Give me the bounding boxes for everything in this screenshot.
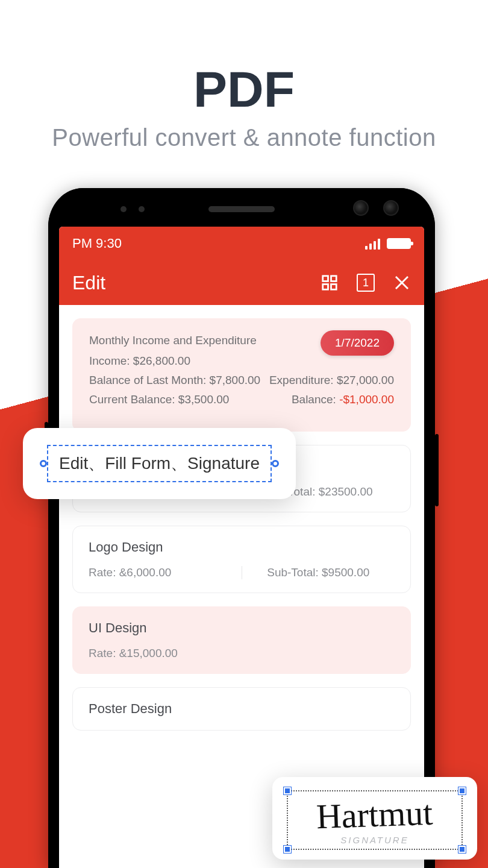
signature-selection-box[interactable]: Hartmut SIGNATURE [287, 790, 463, 850]
svg-rect-1 [331, 276, 337, 281]
grid-icon[interactable] [321, 274, 339, 292]
item-subtotal: Sub-Total: $9500.00 [242, 566, 395, 579]
summary-balance: Balance: -$1,000.00 [292, 393, 394, 406]
phone-notch [48, 188, 435, 227]
summary-expenditure: Expenditure: $27,000.00 [269, 374, 394, 387]
toolbar: Edit 1 [59, 260, 424, 305]
summary-card: 1/7/2022 Monthly Income and Expenditure … [72, 318, 411, 432]
selection-handle-right[interactable] [272, 460, 279, 467]
page-title: PDF [0, 60, 488, 119]
item-name: Poster Design [89, 701, 395, 717]
resize-handle[interactable] [458, 787, 466, 794]
phone-frame: PM 9:30 Edit 1 [48, 188, 435, 868]
item-rate: Rate: &15,000.00 [89, 647, 242, 660]
svg-rect-0 [323, 276, 328, 281]
status-bar: PM 9:30 [59, 227, 424, 260]
item-card[interactable]: Logo Design Rate: &6,000.00 Sub-Total: $… [72, 526, 411, 593]
item-rate: Rate: &6,000.00 [89, 566, 242, 579]
resize-handle[interactable] [458, 846, 466, 853]
signature-popup[interactable]: Hartmut SIGNATURE [272, 777, 477, 860]
battery-icon [387, 238, 411, 249]
phone-side-button [435, 434, 439, 506]
text-selection-box[interactable]: Edit、Fill Form、Signature [47, 445, 272, 482]
page-subtitle: Powerful convert & annote function [0, 124, 488, 151]
selected-text: Edit、Fill Form、Signature [59, 454, 260, 473]
page-number: 1 [363, 277, 369, 289]
phone-screen: PM 9:30 Edit 1 [59, 227, 424, 868]
document-area[interactable]: 1/7/2022 Monthly Income and Expenditure … [59, 305, 424, 744]
resize-handle[interactable] [284, 846, 291, 853]
item-card[interactable]: Poster Design [72, 687, 411, 731]
signature-script: Hartmut [316, 796, 433, 835]
item-name: UI Design [89, 620, 395, 636]
resize-handle[interactable] [284, 787, 291, 794]
close-icon[interactable] [393, 274, 411, 292]
summary-balance-last: Balance of Last Month: $7,800.00 [89, 374, 260, 387]
item-card-selected[interactable]: UI Design Rate: &15,000.00 [72, 606, 411, 674]
status-time: PM 9:30 [72, 236, 122, 251]
edit-text-popup[interactable]: Edit、Fill Form、Signature [23, 428, 296, 499]
signal-icon [365, 237, 382, 250]
selection-handle-left[interactable] [40, 460, 47, 467]
svg-rect-3 [331, 285, 337, 290]
item-name: Logo Design [89, 539, 395, 555]
date-pill[interactable]: 1/7/2022 [321, 330, 394, 356]
item-subtotal [242, 647, 395, 660]
summary-income: Income: $26,800.00 [89, 354, 394, 368]
svg-rect-2 [323, 285, 328, 290]
summary-balance-value: -$1,000.00 [339, 393, 394, 406]
summary-current-balance: Current Balance: $3,500.00 [89, 393, 229, 406]
toolbar-title: Edit [72, 272, 321, 294]
signature-label: SIGNATURE [295, 835, 454, 845]
page-count-button[interactable]: 1 [357, 274, 375, 292]
